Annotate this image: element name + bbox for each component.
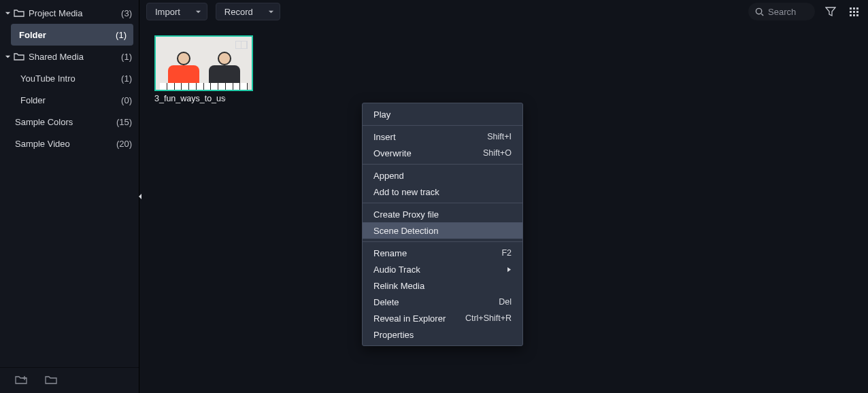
sidebar-item-label: Shared Media: [29, 52, 121, 62]
ctx-overwrite[interactable]: OverwriteShift+O: [363, 145, 522, 161]
folder-icon: [14, 7, 24, 18]
sidebar-item-folder[interactable]: Folder (0): [0, 89, 139, 111]
thumbnail-image: [154, 35, 253, 91]
main-panel: Import Record Search: [139, 0, 868, 393]
new-folder-plus-icon[interactable]: [15, 375, 27, 387]
sidebar-item-count: (20): [116, 139, 132, 149]
ctx-reveal-explorer[interactable]: Reveal in ExplorerCtrl+Shift+R: [363, 310, 522, 326]
ctx-append[interactable]: Append: [363, 167, 522, 184]
sidebar-item-label: Project Media: [29, 8, 121, 18]
sidebar-item-count: (1): [121, 73, 132, 84]
shortcut-text: Ctrl+Shift+R: [465, 313, 512, 323]
shortcut-text: Shift+I: [487, 132, 512, 141]
shortcut-text: F2: [501, 248, 512, 258]
media-thumbnail[interactable]: 3_fun_ways_to_use_: [154, 35, 253, 103]
ctx-properties[interactable]: Properties: [363, 326, 522, 343]
sidebar-bottom-bar: [0, 367, 139, 393]
ctx-rename[interactable]: RenameF2: [363, 245, 522, 261]
ctx-delete[interactable]: DeleteDel: [363, 294, 522, 310]
sidebar-item-label: Sample Colors: [15, 117, 116, 127]
video-clip-icon: [235, 41, 248, 49]
import-label: Import: [155, 7, 180, 17]
chevron-down-icon: [268, 7, 274, 17]
ctx-create-proxy[interactable]: Create Proxy file: [363, 206, 522, 222]
sidebar-item-label: Sample Video: [15, 139, 116, 149]
record-label: Record: [224, 7, 253, 17]
sidebar-item-project-media[interactable]: Project Media (3): [0, 2, 139, 24]
filter-icon: [825, 6, 836, 17]
submenu-arrow-icon: [507, 264, 512, 275]
sidebar-item-sample-video[interactable]: Sample Video (20): [0, 133, 139, 154]
grid-icon: [850, 7, 858, 16]
sidebar-item-count: (1): [116, 30, 127, 40]
shortcut-text: Del: [499, 297, 512, 307]
chevron-down-icon: [195, 7, 201, 17]
chevron-down-icon: [3, 54, 12, 60]
chevron-down-icon: [3, 10, 12, 16]
ctx-audio-track[interactable]: Audio Track: [363, 261, 522, 277]
sidebar-item-label: Folder: [20, 95, 121, 105]
search-placeholder: Search: [768, 7, 796, 17]
shortcut-text: Shift+O: [483, 148, 512, 158]
search-icon: [755, 7, 764, 16]
sidebar-item-shared-media[interactable]: Shared Media (1): [0, 46, 139, 67]
ctx-play[interactable]: Play: [363, 106, 522, 122]
sidebar-item-count: (3): [121, 8, 132, 18]
media-sidebar: Project Media (3) Folder (1) Shared Medi…: [0, 0, 139, 393]
sidebar-item-youtube-intro[interactable]: YouTube Intro (1): [0, 67, 139, 89]
filter-button[interactable]: [823, 4, 838, 19]
thumbnail-caption: 3_fun_ways_to_use_: [154, 94, 226, 103]
sidebar-item-count: (0): [121, 95, 132, 105]
context-menu: Play InsertShift+I OverwriteShift+O Appe…: [362, 103, 523, 346]
view-grid-button[interactable]: [846, 4, 861, 19]
sidebar-item-label: YouTube Intro: [20, 73, 121, 84]
import-dropdown[interactable]: Import: [146, 3, 207, 20]
sidebar-item-sample-colors[interactable]: Sample Colors (15): [0, 111, 139, 133]
sidebar-item-count: (1): [121, 52, 132, 62]
folder-icon: [14, 51, 24, 62]
sidebar-item-folder-selected[interactable]: Folder (1): [11, 24, 133, 46]
search-input[interactable]: Search: [748, 3, 815, 20]
ctx-scene-detection[interactable]: Scene Detection: [363, 222, 522, 239]
media-grid: 3_fun_ways_to_use_ Play InsertShift+I Ov…: [139, 23, 868, 393]
toolbar: Import Record Search: [139, 0, 868, 23]
ctx-relink-media[interactable]: Relink Media: [363, 277, 522, 294]
svg-point-0: [756, 8, 761, 14]
ctx-add-new-track[interactable]: Add to new track: [363, 184, 522, 200]
ctx-insert[interactable]: InsertShift+I: [363, 129, 522, 145]
record-dropdown[interactable]: Record: [216, 3, 280, 20]
sidebar-item-count: (15): [116, 117, 132, 127]
new-folder-icon[interactable]: [45, 375, 57, 387]
sidebar-item-label: Folder: [11, 30, 116, 40]
media-tree: Project Media (3) Folder (1) Shared Medi…: [0, 0, 139, 367]
